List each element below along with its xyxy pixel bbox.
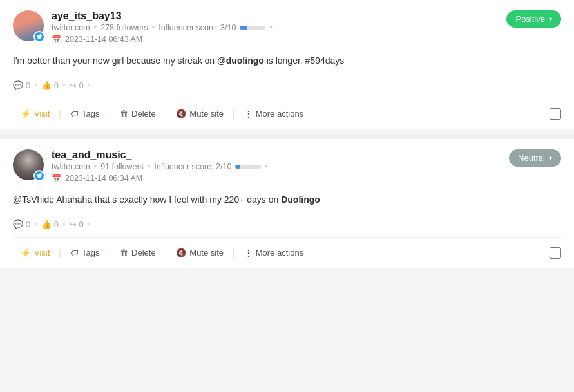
- more-icon-2: ⋮: [244, 248, 253, 257]
- post-date-2: 📅 2023-11-14 06:34 AM: [52, 174, 268, 183]
- platform-1: twitter.com: [52, 23, 90, 32]
- mute-icon-2: 🔇: [176, 248, 186, 257]
- influencer-bar-2: [235, 165, 261, 169]
- avatar-1: [13, 10, 44, 41]
- influencer-score-1: Influencer score: 3/10: [158, 23, 236, 32]
- shares-stat-1: ↪ 0: [70, 80, 84, 90]
- influencer-bar-fill-2: [235, 165, 240, 169]
- post-content-1: I'm better than your new girl because my…: [13, 51, 561, 75]
- sentiment-label-1: Positive: [515, 14, 545, 24]
- more-icon-1: ⋮: [244, 109, 253, 118]
- tags-label-1: Tags: [82, 109, 99, 118]
- dot-5: •: [148, 162, 150, 171]
- comment-icon-2: 💬: [13, 219, 23, 229]
- more-actions-button-2[interactable]: ⋮ More actions: [236, 244, 311, 261]
- more-actions-label-2: More actions: [256, 248, 303, 257]
- delete-button-2[interactable]: 🗑 Delete: [112, 244, 164, 261]
- post-actions-2: ⚡ Visit | 🏷 Tags | 🗑 Delete | 🔇 Mute sit…: [13, 237, 561, 268]
- lightning-icon-1: ⚡: [21, 109, 31, 118]
- mute-site-button-2[interactable]: 🔇 Mute site: [168, 244, 231, 261]
- comment-count-2: 0: [26, 219, 30, 229]
- share-icon-2: ↪: [70, 219, 77, 229]
- sentiment-badge-2[interactable]: Neutral ▾: [509, 149, 561, 167]
- chevron-down-icon-2: ▾: [549, 154, 552, 162]
- calendar-icon-1: 📅: [52, 35, 61, 44]
- username-1: aye_its_bay13: [52, 10, 273, 22]
- date-text-2: 2023-11-14 06:34 AM: [65, 174, 142, 183]
- sentiment-label-2: Neutral: [518, 153, 545, 163]
- user-info-2: tea_and_music_ twitter.com • 91 follower…: [52, 149, 268, 183]
- post-card-1: aye_its_bay13 twitter.com • 278 follower…: [0, 0, 574, 129]
- share-icon-1: ↪: [70, 80, 77, 90]
- tag-icon-2: 🏷: [70, 248, 79, 257]
- tags-button-1[interactable]: 🏷 Tags: [62, 105, 107, 122]
- post-checkbox-1[interactable]: [550, 108, 561, 120]
- more-actions-label-1: More actions: [256, 109, 303, 118]
- likes-stat-2: 👍 0: [41, 219, 59, 229]
- mute-site-label-2: Mute site: [189, 248, 224, 257]
- comment-icon-1: 💬: [13, 80, 23, 90]
- dot-1: •: [94, 23, 97, 32]
- post-header-left-1: aye_its_bay13 twitter.com • 278 follower…: [13, 10, 273, 44]
- actions-row-1: ⚡ Visit | 🏷 Tags | 🗑 Delete | 🔇 Mute sit…: [13, 105, 561, 122]
- lightning-icon-2: ⚡: [21, 248, 31, 257]
- mute-site-button-1[interactable]: 🔇 Mute site: [168, 105, 231, 122]
- card-separator: [0, 134, 574, 139]
- share-count-1: 0: [79, 80, 84, 90]
- comments-stat-2: 💬 0: [13, 219, 30, 229]
- twitter-badge-2: [33, 170, 45, 182]
- sentiment-badge-1[interactable]: Positive ▾: [506, 10, 561, 28]
- comments-stat-1: 💬 0: [13, 80, 30, 90]
- influencer-bar-1: [240, 26, 265, 30]
- more-actions-button-1[interactable]: ⋮ More actions: [236, 105, 311, 122]
- influencer-score-2: Influencer score: 2/10: [154, 162, 231, 171]
- like-icon-1: 👍: [41, 80, 52, 90]
- visit-label-1: Visit: [34, 109, 50, 118]
- dot-2: •: [152, 23, 155, 32]
- tag-icon-1: 🏷: [70, 109, 79, 118]
- like-count-1: 0: [54, 80, 59, 90]
- followers-2: 91 followers: [100, 162, 144, 171]
- followers-1: 278 followers: [100, 23, 148, 32]
- username-2: tea_and_music_: [52, 149, 268, 161]
- delete-label-1: Delete: [131, 109, 156, 118]
- mute-icon-1: 🔇: [176, 109, 186, 118]
- actions-row-2: ⚡ Visit | 🏷 Tags | 🗑 Delete | 🔇 Mute sit…: [13, 244, 561, 261]
- post-checkbox-2[interactable]: [550, 247, 561, 259]
- tags-label-2: Tags: [82, 248, 99, 257]
- delete-label-2: Delete: [131, 248, 156, 257]
- platform-2: twitter.com: [52, 162, 90, 171]
- date-text-1: 2023-11-14 06:43 AM: [65, 35, 142, 44]
- delete-button-1[interactable]: 🗑 Delete: [112, 105, 164, 122]
- post-stats-1: 💬 0 • 👍 0 • ↪ 0 •: [13, 75, 561, 98]
- influencer-bar-fill-1: [240, 26, 247, 30]
- dot-4: •: [94, 162, 97, 171]
- delete-icon-1: 🗑: [120, 109, 128, 118]
- like-count-2: 0: [54, 219, 59, 229]
- shares-stat-2: ↪ 0: [70, 219, 84, 229]
- tags-button-2[interactable]: 🏷 Tags: [62, 244, 107, 261]
- dot-3: •: [269, 23, 272, 32]
- avatar-2: [13, 149, 44, 180]
- user-info-1: aye_its_bay13 twitter.com • 278 follower…: [52, 10, 273, 44]
- post-content-2: @TsVhide Ahahaha that s exactly how I fe…: [13, 191, 561, 214]
- delete-icon-2: 🗑: [120, 248, 128, 257]
- visit-label-2: Visit: [34, 248, 50, 257]
- twitter-badge-1: [33, 31, 45, 42]
- mention-1: @duolingo: [217, 55, 264, 66]
- user-meta-1: twitter.com • 278 followers • Influencer…: [52, 23, 273, 32]
- visit-button-1[interactable]: ⚡ Visit: [13, 105, 57, 122]
- visit-button-2[interactable]: ⚡ Visit: [13, 244, 57, 261]
- mute-site-label-1: Mute site: [189, 109, 224, 118]
- calendar-icon-2: 📅: [52, 174, 61, 183]
- post-header-1: aye_its_bay13 twitter.com • 278 follower…: [13, 10, 561, 44]
- post-header-2: tea_and_music_ twitter.com • 91 follower…: [13, 149, 561, 183]
- bold-mention-2: Duolingo: [281, 194, 320, 205]
- post-date-1: 📅 2023-11-14 06:43 AM: [52, 35, 273, 44]
- post-stats-2: 💬 0 • 👍 0 • ↪ 0 •: [13, 214, 561, 237]
- likes-stat-1: 👍 0: [41, 80, 59, 90]
- chevron-down-icon-1: ▾: [549, 15, 552, 23]
- post-card-2: tea_and_music_ twitter.com • 91 follower…: [0, 139, 574, 268]
- user-meta-2: twitter.com • 91 followers • Influencer …: [52, 162, 268, 171]
- dot-6: •: [265, 162, 267, 171]
